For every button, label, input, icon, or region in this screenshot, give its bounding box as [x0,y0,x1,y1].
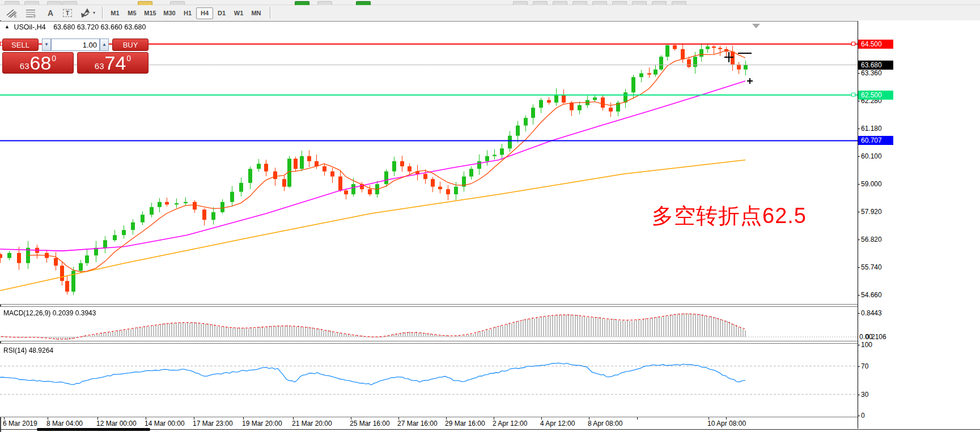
price-axis-tick-mark [858,156,860,157]
price-axis-tick-label: 54.660 [861,291,882,299]
macd-axis-tick-mark [858,313,860,314]
cutoff-toolbar-icon [652,1,667,5]
time-axis-tick [709,417,709,420]
price-axis-tick-mark [858,73,860,74]
timeframe-w1[interactable]: W1 [230,7,247,19]
toolbar-separator [270,7,270,19]
buy-price-prefix: 63 [95,61,104,71]
time-axis-label: 10 Apr 08:00 [707,420,746,427]
price-axis-tick-label: 61.180 [861,125,882,132]
time-axis-label: 29 Mar 16:00 [445,420,485,427]
timeframe-m1[interactable]: M1 [107,7,124,19]
time-axis-tick [637,417,638,420]
time-axis-tick [541,417,542,420]
cutoff-toolbar-icon [24,1,39,5]
cutoff-toolbar-icon [592,1,607,5]
rsi-axis-tick-mark [858,416,860,416]
cutoff-toolbar-icon [295,1,309,5]
cutoff-toolbar-icon [553,1,567,5]
cutoff-toolbar-icon [62,1,77,5]
macd-label: MACD(12,26,9) 0.2039 0.3943 [3,309,96,317]
price-axis-tick-label: 60.100 [861,152,882,160]
cutoff-toolbar-icon [170,1,185,5]
timeframe-d1[interactable]: D1 [213,7,230,19]
equidistant-channel-icon[interactable]: E [5,7,19,19]
time-axis-label: 4 Apr 12:00 [540,420,575,427]
cutoff-toolbar-icon [513,1,528,5]
buy-price-sup: 0 [126,54,131,63]
chart-title: ▲ USOil-,H4 63.680 63.720 63.660 63.680 [5,23,146,31]
time-axis-tick [194,417,194,420]
toolbar-separator [102,7,103,19]
sell-button[interactable]: SELL [2,39,39,51]
rsi-label: RSI(14) 48.9264 [3,347,53,354]
collapse-trade-panel-icon[interactable]: ▲ [5,24,10,29]
time-axis-tick [446,417,447,420]
bottom-scrollbar-thumb[interactable] [37,428,150,431]
cutoff-toolbar-icon [317,1,332,5]
time-axis-label: 21 Mar 20:00 [292,420,332,427]
time-axis-tick [146,417,146,420]
symbol-name: USOil-,H4 [14,23,45,31]
macd-axis-tick-label: 0.8443 [861,309,882,317]
cutoff-toolbar-icon [632,1,647,5]
buy-price-display[interactable]: 63 74 0 [77,52,149,74]
time-axis-label: 2 Apr 12:00 [493,420,527,427]
price-axis-tick-mark [858,184,860,185]
fibonacci-icon[interactable]: F [24,7,39,19]
time-axis-label: 25 Mar 16:00 [350,420,390,427]
price-tag-60.707: 60.707 [858,136,893,145]
rsi-axis-tick-mark [858,395,860,395]
price-axis-tick-label: 63.360 [861,69,882,77]
cutoff-toolbar-icon [572,1,587,5]
volume-decrease-button[interactable]: ▼ [42,39,51,51]
time-axis-label: 12 Mar 00:00 [96,420,137,427]
time-axis-tick [494,417,494,420]
macd-panel-canvas[interactable] [0,306,858,341]
cutoff-toolbar-icon [47,1,62,5]
buy-button[interactable]: BUY [112,39,149,51]
time-axis-label: 8 Apr 08:00 [588,420,622,427]
svg-text:F: F [33,14,36,18]
volume-input[interactable] [51,39,100,51]
sell-price-prefix: 63 [20,61,29,71]
timeframe-m15[interactable]: M15 [141,7,160,19]
price-axis-tick-mark [858,212,860,212]
timeframe-h1[interactable]: H1 [179,7,196,19]
buy-price-big: 74 [105,53,126,72]
svg-text:E: E [14,14,17,18]
timeframe-m5[interactable]: M5 [124,7,141,19]
rsi-axis-tick-label: 0 [861,412,865,420]
time-axis-label: 8 Mar 04:00 [46,420,83,427]
rsi-panel-canvas[interactable] [0,343,858,417]
time-axis-tick [4,417,5,420]
cutoff-toolbar-icon [533,1,548,5]
price-axis-tick-label: 57.920 [861,208,882,216]
time-axis-tick [589,417,589,420]
sell-price-sup: 0 [52,54,56,63]
cutoff-toolbar-icon [356,1,371,5]
timeframe-h4[interactable]: H4 [196,7,213,19]
cutoff-toolbar-icon [138,1,152,5]
cutoff-toolbar-icon [672,1,686,5]
dropdown-caret-icon: ▾ [93,10,95,15]
time-axis-tick [97,417,98,420]
price-axis-tick-mark [858,267,860,268]
macd-axis-tick-label: 0.2106 [866,333,886,341]
cutoff-toolbar-icon [5,1,19,5]
timeframe-m30[interactable]: M30 [160,7,179,19]
timeframe-mn[interactable]: MN [247,7,265,19]
time-axis-tick [293,417,294,420]
text-label-icon[interactable]: A [43,7,58,19]
arrows-icon[interactable]: ▾ [78,7,97,19]
time-axis-tick [726,417,727,420]
top-window-strip [0,0,980,5]
time-axis-label: 19 Mar 20:00 [242,420,282,427]
text-box-icon[interactable]: T [60,7,75,19]
sell-price-display[interactable]: 63 68 0 [2,52,74,74]
price-axis-tick-mark [858,295,860,296]
rsi-axis-tick-mark [858,366,860,367]
volume-increase-button[interactable]: ▲ [100,39,109,51]
rsi-axis-tick-label: 100 [861,341,872,349]
price-axis-tick-label: 59.000 [861,180,882,188]
